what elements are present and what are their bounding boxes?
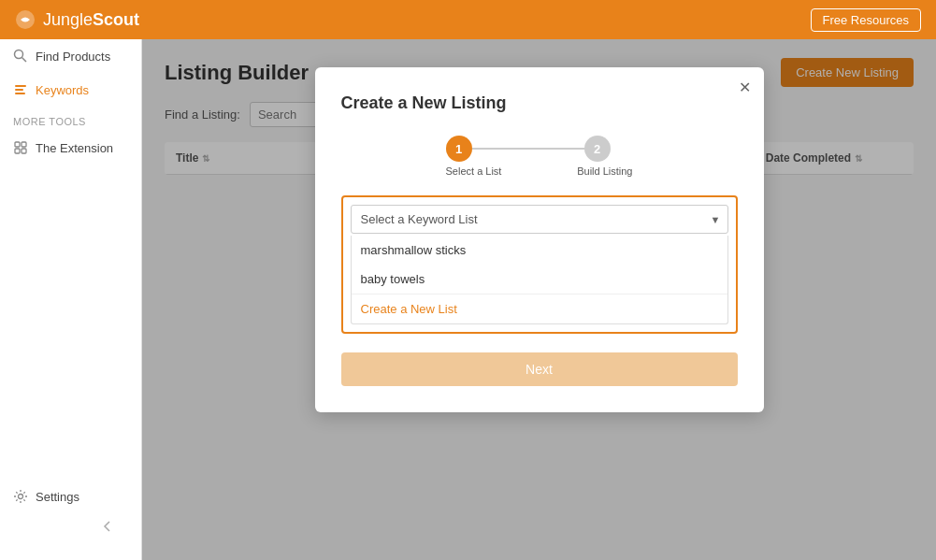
svg-rect-7 — [22, 142, 26, 147]
svg-rect-8 — [15, 149, 20, 153]
step-2-circle: 2 — [584, 136, 611, 162]
sidebar-item-settings[interactable]: Settings — [13, 481, 128, 511]
step-line — [472, 148, 584, 150]
settings-label: Settings — [36, 490, 79, 504]
dropdown-create-new-list[interactable]: Create a New List — [352, 294, 727, 323]
steps-labels-row: Select a List Build Listing — [446, 165, 633, 177]
modal-title: Create a New Listing — [341, 93, 738, 113]
keyword-list-dropdown-wrapper: Select a Keyword List marshmallow sticks… — [351, 205, 728, 234]
main-content: Listing Builder Create New Listing Find … — [142, 39, 936, 560]
sidebar: Find Products Keywords More Tools The — [0, 39, 142, 560]
free-resources-button[interactable]: Free Resources — [811, 8, 921, 32]
dropdown-option-marshmallow[interactable]: marshmallow sticks — [352, 236, 727, 265]
svg-rect-5 — [15, 93, 25, 94]
sidebar-item-find-products[interactable]: Find Products — [0, 39, 141, 73]
settings-icon — [13, 489, 28, 504]
modal-overlay: ✕ Create a New Listing 1 2 Select a List… — [142, 39, 936, 560]
keyword-list-select[interactable]: Select a Keyword List marshmallow sticks… — [351, 205, 728, 234]
logo-text: JungleScout — [43, 10, 139, 30]
steps-inner: 1 2 — [446, 136, 633, 162]
step-2-label: Build Listing — [577, 165, 632, 177]
logo-icon — [15, 9, 36, 30]
more-tools-label: More Tools — [0, 107, 141, 131]
modal-close-button[interactable]: ✕ — [739, 79, 751, 96]
steps-container: 1 2 Select a List Build Listing — [341, 136, 738, 177]
svg-rect-4 — [15, 89, 23, 91]
sidebar-item-find-products-label: Find Products — [36, 50, 110, 64]
keyword-list-selector-highlight: Select a Keyword List marshmallow sticks… — [341, 195, 738, 334]
create-new-listing-modal: ✕ Create a New Listing 1 2 Select a List… — [315, 67, 764, 412]
sidebar-item-extension[interactable]: The Extension — [0, 131, 141, 165]
top-navigation: JungleScout Free Resources — [0, 0, 936, 39]
svg-rect-3 — [15, 85, 26, 87]
dropdown-option-baby-towels[interactable]: baby towels — [352, 265, 727, 294]
dropdown-menu: marshmallow sticks baby towels Create a … — [351, 236, 728, 324]
step-1-label: Select a List — [446, 165, 502, 177]
keywords-icon — [13, 82, 28, 97]
sidebar-collapse-button[interactable] — [13, 511, 128, 541]
svg-rect-9 — [22, 149, 26, 153]
step-1-circle: 1 — [446, 136, 472, 162]
sidebar-item-extension-label: The Extension — [36, 141, 113, 155]
chevron-left-icon — [100, 519, 115, 534]
svg-line-2 — [22, 58, 27, 63]
logo: JungleScout — [15, 9, 139, 30]
search-icon — [13, 49, 28, 64]
next-button[interactable]: Next — [341, 352, 738, 386]
svg-point-1 — [15, 50, 23, 59]
sidebar-item-keywords-label: Keywords — [36, 83, 89, 97]
svg-rect-6 — [15, 142, 20, 147]
sidebar-item-keywords[interactable]: Keywords — [0, 73, 141, 107]
extension-icon — [13, 140, 28, 155]
svg-point-10 — [19, 495, 23, 499]
